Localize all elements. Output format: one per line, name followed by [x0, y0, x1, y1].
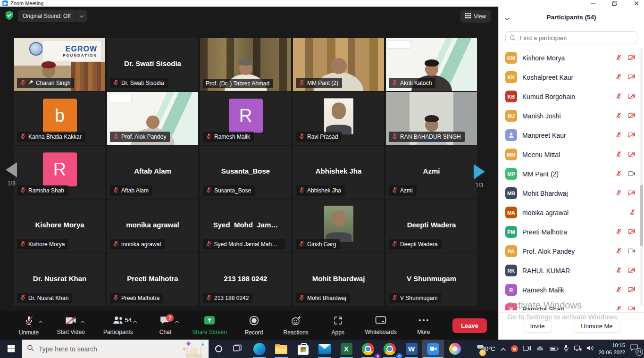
- chrome-profile-s-taskbar-icon[interactable]: S: [357, 340, 379, 358]
- battery-icon[interactable]: [550, 345, 559, 353]
- zoom-taskbar-icon[interactable]: [422, 340, 444, 358]
- view-button[interactable]: View: [460, 10, 491, 23]
- start-button[interactable]: [0, 340, 22, 358]
- participant-row[interactable]: MMMeenu Mittal: [499, 145, 640, 164]
- video-tile[interactable]: MM Pant (2): [293, 38, 384, 91]
- video-tile[interactable]: Prof. Alok Pandey: [107, 92, 198, 145]
- participant-row[interactable]: KMKishore Morya: [499, 48, 640, 67]
- participant-row[interactable]: KBKumud Borgohain: [499, 87, 640, 106]
- video-tile[interactable]: EGROWFOUNDATIONCharan Singh: [14, 38, 105, 91]
- more-button[interactable]: More: [409, 311, 439, 340]
- leave-button[interactable]: Leave: [452, 318, 487, 333]
- video-tile[interactable]: Akriti Katoch: [386, 38, 477, 91]
- microphone-icon[interactable]: [563, 344, 569, 353]
- mic-muted-icon: [392, 133, 398, 141]
- video-tile[interactable]: Susanta_BoseSusanta_Bose: [200, 146, 291, 199]
- minimize-button[interactable]: [589, 0, 597, 6]
- video-tile[interactable]: Deepti WaderaDeepti Wadera: [386, 200, 477, 252]
- video-tile[interactable]: Mohit BhardwajMohit Bhardwaj: [293, 253, 384, 306]
- participant-name: Manpreet Kaur: [522, 132, 609, 139]
- whiteboards-button[interactable]: Whiteboards: [365, 311, 396, 340]
- video-tile[interactable]: RRamsha Shah: [14, 146, 105, 199]
- taskbar-search-box[interactable]: Type here to search: [22, 340, 209, 358]
- video-tile[interactable]: Girish Garg: [293, 200, 384, 252]
- notification-center-button[interactable]: 21: [630, 344, 641, 354]
- previous-page-arrow[interactable]: 1/3: [6, 162, 17, 187]
- microsoft-store-taskbar-icon[interactable]: [292, 340, 314, 358]
- participant-row[interactable]: PMPreeti Malhotra: [499, 222, 640, 241]
- restore-button[interactable]: [611, 0, 619, 6]
- chat-button[interactable]: 7 Chat: [150, 311, 180, 340]
- share-screen-button[interactable]: Share Screen: [192, 311, 227, 340]
- participant-row[interactable]: MBMohit Bhardwaj: [499, 183, 640, 203]
- video-tile[interactable]: Ravi Prasad: [293, 92, 384, 145]
- scrollbar-thumb[interactable]: [640, 185, 643, 246]
- participant-row[interactable]: PAProf. Alok Pandey: [499, 241, 640, 261]
- meet-now-icon[interactable]: [523, 345, 531, 353]
- video-options-chevron[interactable]: [80, 317, 85, 325]
- participant-row[interactable]: MAmonika agrawal: [499, 203, 640, 222]
- mic-muted-icon: [616, 247, 622, 256]
- security-shield-icon[interactable]: [5, 10, 14, 22]
- cortana-button[interactable]: [209, 340, 228, 358]
- participant-row[interactable]: RRamsha Shah: [499, 300, 640, 310]
- original-sound-button[interactable]: Original Sound: Off: [18, 10, 87, 22]
- task-view-button[interactable]: [228, 340, 247, 358]
- panel-collapse-chevron-icon[interactable]: [504, 14, 510, 23]
- person-avatar-icon: [505, 129, 517, 141]
- video-tile[interactable]: Aftab AlamAftab Alam: [107, 146, 198, 199]
- video-tile[interactable]: AzmiAzmi: [386, 146, 477, 199]
- chat-options-chevron[interactable]: [175, 317, 179, 325]
- banner-text: FOUNDATION: [63, 53, 97, 58]
- video-tile[interactable]: Syed Mohd Jam…Syed Mohd Jamal Mahmo...: [200, 200, 291, 252]
- video-tile[interactable]: Kishore MoryaKishore Morya: [14, 200, 105, 252]
- audio-options-chevron[interactable]: [38, 317, 43, 325]
- video-tile[interactable]: Preeti MalhotraPreeti Malhotra: [107, 253, 198, 306]
- video-tile[interactable]: Prof. (Dr. ) Tabrez Ahmad: [200, 38, 291, 91]
- file-explorer-taskbar-icon[interactable]: [270, 340, 292, 358]
- apps-button[interactable]: Apps: [323, 311, 353, 340]
- word-taskbar-icon[interactable]: W: [401, 340, 422, 358]
- participant-avatar: MP: [505, 168, 517, 180]
- network-icon[interactable]: [574, 345, 582, 353]
- participant-row[interactable]: MPMM Pant (2): [499, 164, 640, 183]
- close-button[interactable]: [633, 0, 640, 6]
- original-sound-dropdown[interactable]: [75, 10, 87, 22]
- chevron-up-icon[interactable]: [500, 345, 506, 353]
- nordvpn-icon[interactable]: N: [511, 345, 518, 352]
- participants-button[interactable]: 54 Participants: [98, 311, 138, 340]
- taskbar-clock[interactable]: 10:1520-06-2022: [599, 342, 625, 356]
- unmute-me-button[interactable]: Unmute Me: [574, 320, 619, 333]
- mail-taskbar-icon[interactable]: [314, 340, 335, 358]
- participant-row[interactable]: Manpreet Kaur: [499, 125, 640, 145]
- chrome-profile-c-taskbar-icon[interactable]: C: [379, 340, 401, 358]
- next-page-arrow[interactable]: 1/3: [474, 164, 485, 189]
- volume-icon[interactable]: [586, 345, 594, 353]
- video-tile[interactable]: Dr. Nusrat KhanDr. Nusrat Khan: [14, 253, 105, 306]
- video-tile[interactable]: V ShunmugamV Shunmugam: [386, 253, 477, 306]
- video-tile[interactable]: 213 188 0242213 188 0242: [200, 253, 291, 306]
- video-tile[interactable]: bKarina Bhatia Kakkar: [14, 92, 105, 145]
- start-video-button[interactable]: Start Video: [56, 311, 86, 340]
- video-tile[interactable]: RRamesh Malik: [200, 92, 291, 145]
- onedrive-icon[interactable]: [536, 345, 545, 353]
- video-tile[interactable]: Abhishek JhaAbhishek Jha: [293, 146, 384, 199]
- participant-row[interactable]: RRamesh Malik: [499, 280, 640, 300]
- participants-options-chevron[interactable]: [133, 317, 137, 325]
- reactions-button[interactable]: Reactions: [281, 311, 311, 340]
- video-tile[interactable]: Dr. Swati SisodiaDr. Swati Sisodia: [107, 38, 198, 91]
- excel-taskbar-icon[interactable]: X: [335, 340, 357, 358]
- record-button[interactable]: Record: [239, 311, 269, 340]
- edge-taskbar-icon[interactable]: [249, 340, 270, 358]
- video-tile[interactable]: RAN BAHADUR SINGH: [386, 92, 477, 145]
- participant-row[interactable]: KKKoshalpreet Kaur: [499, 67, 640, 87]
- whiteboards-label: Whiteboards: [365, 329, 396, 335]
- unmute-button[interactable]: Unmute: [14, 311, 44, 340]
- chevron-left-icon: [6, 162, 17, 177]
- find-participant-input[interactable]: [505, 31, 637, 44]
- participant-row[interactable]: MJManish Joshi: [499, 106, 640, 125]
- invite-button[interactable]: Invite: [523, 320, 552, 333]
- participant-row[interactable]: RKRAHUL KUMAR: [499, 261, 640, 280]
- video-tile[interactable]: monika agrawalmonika agrawal: [107, 200, 198, 252]
- paint-3d-taskbar-icon[interactable]: [444, 340, 466, 358]
